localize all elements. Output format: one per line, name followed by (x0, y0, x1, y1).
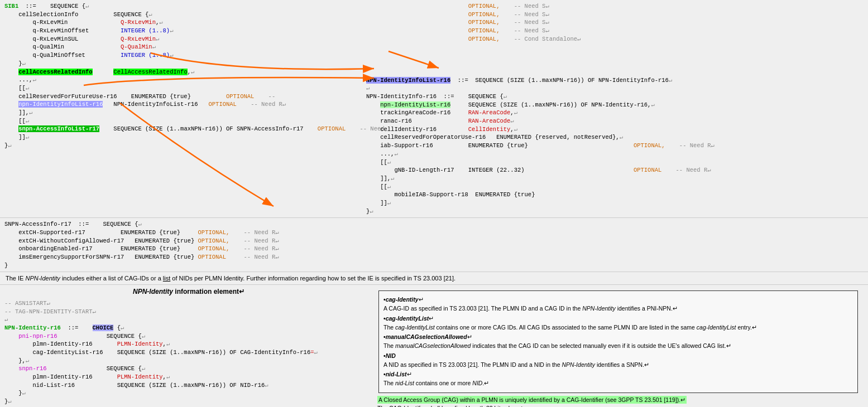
cag-desc: The CAG-Identifier shall be a fixed leng… (377, 405, 859, 407)
npn-identity-left: NPN-Identity information element↵ -- ASN… (4, 287, 373, 407)
cag-green-bar-section: A Closed Access Group (CAG) within a PLM… (377, 396, 859, 404)
npn-identity-info-list-def: NPN-IdentityInfoList-r16 ::= SEQUENCE (S… (366, 76, 864, 216)
cell-access-highlight: cellAccessRelatedInfo (18, 69, 92, 75)
npn-identity-code: -- ASN1START↵ -- TAG-NPN-IDENTITY-START↵… (4, 299, 373, 407)
sib1-keyword: SIB1 (4, 3, 18, 9)
info-item-nid: •NID A NID as specified in TS 23.003 [21… (383, 352, 853, 370)
choice-hl: CHOICE (93, 324, 114, 331)
sib1-section: SIB1 ::= SEQUENCE {↵ cellSelectionInfo S… (0, 0, 868, 272)
npn-identity-r16-kw: NPN-Identity-r16 (4, 324, 61, 331)
npn-def-label: NPN-IdentityInfoList-r16 (366, 77, 450, 84)
npn-info-box: •cag-Identity↵ A CAG-ID as specified in … (378, 290, 858, 393)
info-item-cag-identity-list: •cag-IdentityList↵ The cag-IdentityList … (383, 314, 853, 332)
snpn-section: SNPN-AccessInfo-r17 ::= SEQUENCE {↵ extC… (0, 218, 868, 272)
npn-list-r16-hl: npn-IdentityList-r16 (380, 101, 450, 108)
npn-def-code: NPN-IdentityInfoList-r16 ::= SEQUENCE (S… (366, 76, 864, 216)
orange-arrow-svg (383, 49, 450, 71)
desc-text: The IE NPN-Identity includes either a li… (6, 275, 455, 282)
cell-access-type-highlight: CellAccessRelatedInfo (113, 69, 187, 75)
npn-identity-section: NPN-Identity information element↵ -- ASN… (0, 285, 868, 407)
snpn-highlight: snpn-AccessInfoList-r17 (18, 125, 99, 132)
snpn-code: SNPN-AccessInfo-r17 ::= SEQUENCE {↵ extC… (4, 220, 864, 269)
sib1-code-left: SIB1 ::= SEQUENCE {↵ cellSelectionInfo S… (4, 2, 362, 149)
cag-green-bar: A Closed Access Group (CAG) within a PLM… (377, 396, 687, 404)
info-item-cag-identity: •cag-Identity↵ A CAG-ID as specified in … (383, 295, 853, 313)
sib1-left-panel: SIB1 ::= SEQUENCE {↵ cellSelectionInfo S… (4, 2, 362, 215)
arrow-indicator (383, 49, 864, 74)
npn-identity-highlight-blue: npn-IdentityInfoList-r16 (18, 101, 103, 108)
info-item-manual-cag: •manualCAGselectionAllowed↵ The manualCA… (383, 333, 853, 351)
npn-identity-title: NPN-Identity information element↵ (4, 287, 373, 297)
sib1-right-panel: OPTIONAL, -- Need S↵ OPTIONAL, -- Need S… (362, 2, 864, 215)
info-item-nid-list: •nid-List↵ The nid-List contains one or … (383, 370, 853, 388)
npn-identity-right: •cag-Identity↵ A CAG-ID as specified in … (373, 287, 864, 407)
main-container: SIB1 ::= SEQUENCE {↵ cellSelectionInfo S… (0, 0, 868, 407)
desc-text-bar: The IE NPN-Identity includes either a li… (0, 272, 868, 285)
sib1-code-right: OPTIONAL, -- Need S↵ OPTIONAL, -- Need S… (366, 2, 864, 43)
